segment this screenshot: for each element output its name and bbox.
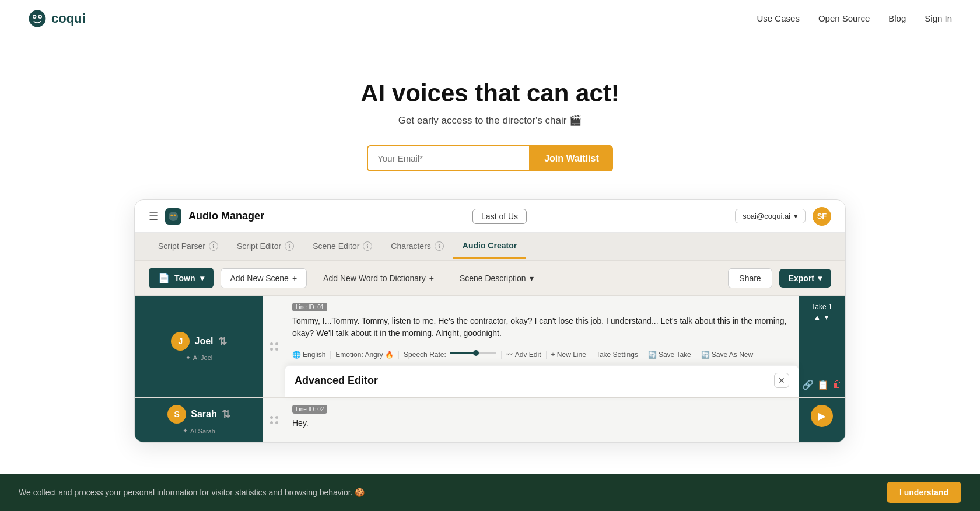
advanced-editor: Advanced Editor ✕: [285, 365, 799, 397]
copy-icon: 🔄: [701, 351, 710, 359]
export-chevron: ▾: [818, 274, 822, 283]
trash-icon[interactable]: 🗑: [832, 379, 842, 390]
drag-handle-joel[interactable]: [263, 342, 285, 351]
tab-script-editor-info[interactable]: ℹ: [285, 242, 294, 251]
cookie-text: We collect and process your personal inf…: [19, 488, 365, 497]
tab-script-parser[interactable]: Script Parser ℹ: [149, 235, 228, 258]
save-as-new-button[interactable]: 🔄 Save As New: [701, 351, 753, 359]
scene-desc-button[interactable]: Scene Description ▾: [450, 269, 543, 288]
drag-handle-sarah[interactable]: [263, 416, 285, 424]
adv-edit-button[interactable]: 〰 Adv Edit: [506, 351, 541, 359]
sarah-dropdown-icon[interactable]: ⇅: [222, 408, 230, 421]
user-dropdown[interactable]: soai@coqui.ai ▾: [735, 209, 806, 223]
divider3: [501, 351, 502, 359]
character-joel: J Joel ⇅ ✦ AI Joel: [135, 296, 263, 397]
link-icon[interactable]: 🔗: [802, 379, 814, 390]
tab-audio-creator-label: Audio Creator: [463, 241, 517, 250]
joel-name: Joel: [194, 336, 213, 346]
app-title: Audio Manager: [188, 210, 264, 222]
add-word-button[interactable]: Add New Word to Dictionary +: [314, 269, 443, 288]
save-take-button[interactable]: 🔄 Save Take: [648, 351, 691, 359]
svg-point-3: [34, 16, 36, 18]
tab-scene-editor[interactable]: Scene Editor ℹ: [303, 235, 382, 258]
joel-text: Tommy, I...Tommy. Tommy, listen to me. H…: [292, 315, 792, 344]
tab-scene-editor-info[interactable]: ℹ: [363, 242, 372, 251]
tab-script-editor[interactable]: Script Editor ℹ: [228, 235, 303, 258]
hero-subtitle: Get early access to the director's chair…: [398, 114, 582, 127]
app-header-left: ☰ Audio Manager: [149, 208, 264, 225]
nav-sign-in[interactable]: Sign In: [925, 13, 952, 23]
take-down-icon[interactable]: ▼: [823, 313, 830, 321]
nav-open-source[interactable]: Open Source: [818, 13, 870, 23]
joel-language-button[interactable]: 🌐 English: [292, 351, 326, 359]
sarah-name: Sarah: [191, 409, 216, 419]
joel-take-control: Take 1 ▲ ▼: [811, 303, 832, 321]
logo-text: coqui: [51, 11, 86, 26]
user-avatar[interactable]: SF: [813, 207, 831, 226]
joel-actions: 🌐 English Emotion: Angry 🔥 Speech Rate:: [292, 346, 792, 362]
project-badge[interactable]: Last of Us: [473, 209, 527, 224]
nav-use-cases[interactable]: Use Cases: [757, 13, 800, 23]
char-main-joel: J Joel ⇅: [171, 332, 226, 351]
svg-point-6: [171, 214, 173, 216]
sarah-ai-label: ✦ AI Sarah: [183, 427, 215, 435]
audio-rows: J Joel ⇅ ✦ AI Joel Line ID: 01 Tommy, I.…: [135, 296, 845, 442]
coqui-logo-icon: [28, 9, 47, 28]
copy-icon[interactable]: 📋: [817, 379, 829, 390]
sarah-content: Line ID: 02 Hey.: [285, 398, 799, 442]
app-window: ☰ Audio Manager Last of Us soai@coqui.ai…: [134, 200, 846, 443]
navbar: coqui Use Cases Open Source Blog Sign In: [0, 0, 980, 37]
tab-characters-info[interactable]: ℹ: [435, 242, 444, 251]
joel-avatar: J: [171, 332, 190, 351]
app-header-right: soai@coqui.ai ▾ SF: [735, 207, 831, 226]
svg-point-0: [29, 10, 46, 27]
speech-slider[interactable]: [450, 352, 496, 358]
hamburger-icon[interactable]: ☰: [149, 210, 158, 223]
logo[interactable]: coqui: [28, 9, 86, 28]
sarah-play-button[interactable]: ▶: [811, 405, 833, 427]
joel-dropdown-icon[interactable]: ⇅: [218, 335, 227, 348]
take-up-icon[interactable]: ▲: [814, 313, 821, 321]
joel-right-panel: Take 1 ▲ ▼ 🔗 📋 🗑: [799, 296, 845, 397]
share-button[interactable]: Share: [728, 268, 772, 288]
sarah-line-badge: Line ID: 02: [292, 405, 327, 414]
joel-line-badge: Line ID: 01: [292, 303, 327, 312]
tab-script-parser-info[interactable]: ℹ: [209, 242, 218, 251]
adv-editor-close-button[interactable]: ✕: [774, 373, 789, 388]
take-settings-button[interactable]: Take Settings: [596, 351, 638, 359]
user-email: soai@coqui.ai: [743, 212, 790, 220]
tab-audio-creator[interactable]: Audio Creator: [453, 234, 526, 259]
toolbar: 📄 Town ▾ Add New Scene + Add New Word to…: [135, 261, 845, 296]
plus-icon: +: [292, 274, 297, 283]
sarah-star-icon: ✦: [183, 427, 188, 435]
svg-point-4: [39, 16, 41, 18]
join-waitlist-button[interactable]: Join Waitlist: [530, 145, 613, 172]
table-row: S Sarah ⇅ ✦ AI Sarah Line ID: 02 Hey. ▶: [135, 398, 845, 442]
scene-icon: 📄: [158, 272, 170, 284]
waveform-icon: 〰: [506, 351, 513, 359]
tab-scene-editor-label: Scene Editor: [313, 242, 359, 251]
divider: [330, 351, 331, 359]
globe-icon: 🌐: [292, 351, 301, 359]
tab-characters[interactable]: Characters ℹ: [382, 235, 453, 258]
export-label: Export: [789, 274, 814, 283]
email-input[interactable]: [367, 145, 530, 172]
new-line-button[interactable]: + New Line: [551, 351, 586, 359]
export-button[interactable]: Export ▾: [779, 269, 831, 288]
scene-dropdown-icon: ▾: [200, 274, 204, 283]
nav-blog[interactable]: Blog: [888, 13, 906, 23]
tab-script-editor-label: Script Editor: [237, 242, 281, 251]
emotion-icon: 🔥: [385, 351, 394, 359]
save-take-icon: 🔄: [648, 351, 657, 359]
scene-button[interactable]: 📄 Town ▾: [149, 268, 214, 288]
hero-section: AI voices that can act! Get early access…: [0, 37, 980, 200]
chevron-down-icon: ▾: [794, 212, 798, 220]
add-scene-button[interactable]: Add New Scene +: [220, 268, 307, 288]
tab-script-parser-label: Script Parser: [158, 242, 205, 251]
add-word-label: Add New Word to Dictionary: [323, 274, 426, 283]
scene-desc-label: Scene Description: [460, 274, 526, 283]
svg-point-5: [169, 211, 178, 220]
cookie-accept-button[interactable]: I understand: [887, 482, 961, 503]
nav-links: Use Cases Open Source Blog Sign In: [757, 13, 952, 23]
sarah-text: Hey.: [292, 417, 792, 434]
